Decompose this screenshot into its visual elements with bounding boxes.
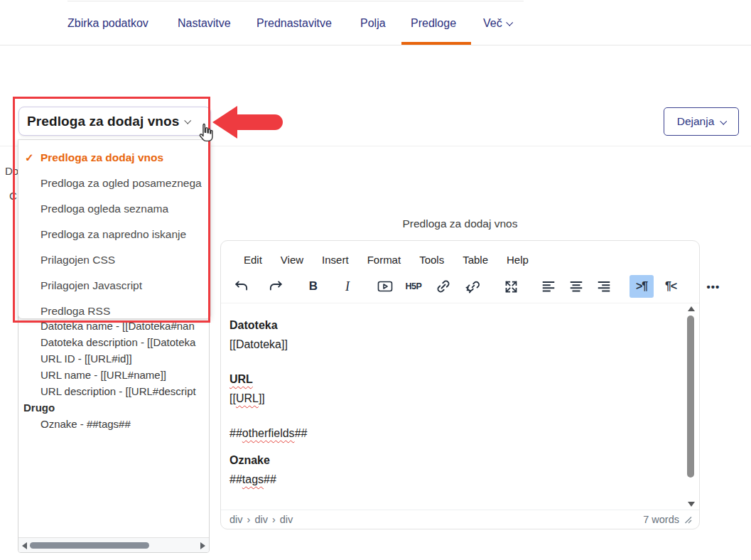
editor-title: Predloga za dodaj vnos — [220, 217, 700, 230]
element-path[interactable]: div›div›div — [229, 514, 293, 525]
more-toolbar-button[interactable]: ••• — [701, 275, 725, 298]
fullscreen-button[interactable] — [499, 275, 523, 298]
rtl-direction-button[interactable]: ¶< — [659, 275, 683, 298]
insert-link-button[interactable] — [431, 275, 455, 298]
menu-item-prilagojen-css[interactable]: Prilagojen CSS — [18, 247, 210, 273]
tab-polja[interactable]: Polja — [360, 17, 386, 30]
template-select[interactable]: Predloga za dodaj vnos — [18, 107, 211, 136]
tab-vec[interactable]: Več — [483, 17, 512, 30]
content-line: [[Datoteka]] — [229, 337, 678, 352]
tab-prednastavitve[interactable]: Prednastavitve — [256, 17, 332, 30]
italic-button[interactable]: I — [335, 275, 360, 298]
field-list-item[interactable]: Datoteka description - [[Datoteka — [18, 334, 206, 350]
menu-edit[interactable]: Edit — [234, 251, 271, 269]
check-icon: ✓ — [25, 145, 34, 171]
scrollbar-thumb[interactable] — [30, 542, 149, 549]
undo-button[interactable] — [229, 275, 254, 298]
content-heading: URL — [229, 372, 678, 387]
menu-item-prilagojen-javascript[interactable]: Prilagojen Javascript — [18, 273, 210, 298]
template-select-menu: ✓ Predloga za dodaj vnos Predloga za ogl… — [18, 139, 211, 319]
ltr-direction-button[interactable]: >¶ — [630, 275, 654, 298]
editor-toolbar: B I H5P — [221, 270, 699, 303]
content-line: ##otherfields## — [229, 426, 678, 441]
top-divider — [67, 1, 524, 1]
menu-insert[interactable]: Insert — [313, 251, 358, 269]
content-heading: Oznake — [229, 453, 678, 468]
menu-item-predloga-za-ogled-posameznega[interactable]: Predloga za ogled posameznega — [18, 171, 210, 196]
content-heading: Datoteka — [229, 318, 678, 333]
scroll-left-arrow[interactable] — [22, 542, 27, 549]
field-list-item[interactable]: URL name - [[URL#name]] — [18, 367, 206, 383]
field-list-item[interactable]: URL description - [[URL#descript — [18, 383, 206, 399]
scrollbar-thumb[interactable] — [687, 316, 694, 478]
menu-format[interactable]: Format — [358, 251, 411, 269]
redo-button[interactable] — [264, 275, 288, 298]
omeka-templates-page: Zbirka podatkov Nastavitve Prednastavitv… — [0, 0, 751, 560]
editor-menubar: Edit View Insert Format Tools Table Help — [221, 241, 699, 270]
menu-item-predloga-rss[interactable]: Predloga RSS — [18, 298, 210, 324]
menu-view[interactable]: View — [271, 251, 313, 269]
tab-nastavitve[interactable]: Nastavitve — [178, 17, 231, 30]
horizontal-scrollbar[interactable] — [18, 537, 209, 552]
menu-table[interactable]: Table — [453, 251, 497, 269]
actions-button[interactable]: Dejanja — [664, 107, 739, 136]
content-line: ##tags## — [229, 472, 678, 487]
chevron-down-icon — [185, 117, 192, 124]
resize-handle-icon[interactable] — [684, 516, 692, 524]
field-list-item[interactable]: URL ID - [[URL#id]] — [18, 350, 206, 367]
content-line: [[URL]] — [229, 391, 678, 406]
scroll-down-arrow[interactable] — [688, 502, 695, 507]
chevron-down-icon — [720, 117, 728, 124]
vertical-scrollbar[interactable] — [686, 306, 696, 507]
menu-item-predloga-ogleda-seznama[interactable]: Predloga ogleda seznama — [18, 196, 210, 222]
obscured-text-fragment: Do — [5, 165, 18, 177]
nav-divider — [0, 45, 751, 45]
obscured-text-fragment: C — [9, 190, 17, 202]
menu-item-predloga-za-dodaj-vnos[interactable]: ✓ Predloga za dodaj vnos — [18, 145, 210, 171]
scroll-right-arrow[interactable] — [200, 542, 205, 549]
bold-button[interactable]: B — [301, 275, 325, 298]
editor-statusbar: div›div›div 7 words — [221, 510, 699, 529]
annotation-arrow-icon — [212, 105, 285, 141]
align-center-button[interactable] — [564, 275, 588, 298]
menu-help[interactable]: Help — [497, 251, 538, 269]
field-group-header: Drugo — [18, 399, 206, 416]
remove-link-button[interactable] — [461, 275, 485, 298]
h5p-button[interactable]: H5P — [401, 275, 426, 298]
scroll-up-arrow[interactable] — [688, 306, 695, 311]
align-left-button[interactable] — [536, 275, 561, 298]
align-right-button[interactable] — [592, 275, 616, 298]
editor-content[interactable]: Datoteka [[Datoteka]] URL [[URL]] ##othe… — [221, 303, 699, 510]
chevron-down-icon — [506, 19, 513, 26]
insert-media-button[interactable] — [373, 275, 397, 298]
tab-predloge[interactable]: Predloge — [411, 17, 456, 30]
menu-tools[interactable]: Tools — [410, 251, 453, 269]
field-list-item[interactable]: Oznake - ##tags## — [18, 416, 206, 432]
word-count: 7 words — [643, 514, 679, 525]
menu-item-predloga-za-napredno-iskanje[interactable]: Predloga za napredno iskanje — [18, 222, 210, 247]
rich-text-editor: Edit View Insert Format Tools Table Help… — [220, 240, 700, 529]
tab-zbirka-podatkov[interactable]: Zbirka podatkov — [67, 17, 148, 30]
